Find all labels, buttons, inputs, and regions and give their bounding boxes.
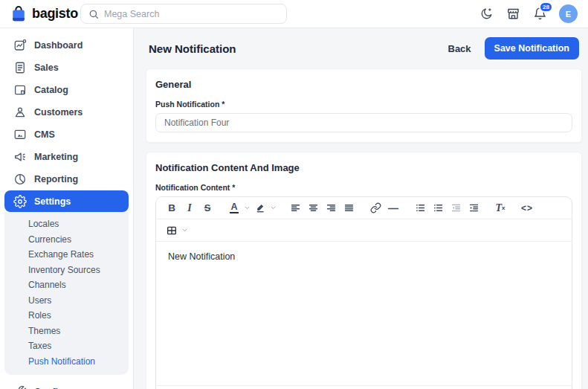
submenu-item-roles[interactable]: Roles xyxy=(4,308,129,324)
dark-mode-moon-icon[interactable] xyxy=(479,7,494,22)
sidebar-item-label: Customers xyxy=(34,107,83,118)
bold-button[interactable]: B xyxy=(163,199,181,217)
toolbar-group-colors: A xyxy=(225,199,277,217)
sidebar-item-sales[interactable]: Sales xyxy=(4,57,129,79)
text-color-button[interactable]: A xyxy=(225,199,243,217)
rich-text-editor: B I S A xyxy=(155,196,572,389)
highlight-color-chevron-down-icon[interactable] xyxy=(269,199,277,217)
sidebar-item-label: Marketing xyxy=(34,152,78,162)
sidebar-item-label: Reporting xyxy=(34,174,78,184)
highlight-color-button[interactable] xyxy=(251,199,269,217)
strikethrough-button[interactable]: S xyxy=(198,199,216,217)
push-notification-label: Push Notification * xyxy=(155,100,572,109)
sidebar-item-marketing[interactable]: Marketing xyxy=(4,146,129,168)
settings-gear-icon xyxy=(13,195,27,208)
editor-status-bar: p 2 words tiny xyxy=(156,385,572,389)
outdent-button[interactable] xyxy=(447,199,465,217)
sidebar-item-label: Sales xyxy=(34,62,59,73)
align-center-button[interactable] xyxy=(304,199,322,217)
sidebar-item-catalog[interactable]: Catalog xyxy=(4,79,129,101)
sidebar-item-settings[interactable]: Settings xyxy=(4,190,129,212)
customers-icon xyxy=(13,106,27,119)
submenu-item-locales[interactable]: Locales xyxy=(4,216,129,232)
storefront-icon[interactable] xyxy=(505,7,520,22)
align-justify-button[interactable] xyxy=(340,199,358,217)
bagisto-logo[interactable]: bagisto xyxy=(10,5,80,23)
submenu-item-themes[interactable]: Themes xyxy=(4,324,129,339)
submenu-item-channels[interactable]: Channels xyxy=(4,277,129,293)
source-code-button[interactable]: <> xyxy=(518,199,536,217)
sidebar-item-cms[interactable]: CMS xyxy=(4,123,129,146)
page-header: New Notification Back Save Notification xyxy=(146,36,582,68)
sales-icon xyxy=(13,61,27,74)
catalog-icon xyxy=(13,83,27,97)
sidebar-item-configure[interactable]: Configure xyxy=(4,381,129,389)
cms-icon xyxy=(13,128,27,141)
search-icon xyxy=(88,9,99,19)
push-notification-title-input[interactable] xyxy=(155,113,572,132)
shopping-bag-logo-icon xyxy=(10,5,27,23)
indent-button[interactable] xyxy=(465,199,482,217)
bullet-list-button[interactable] xyxy=(429,199,447,217)
table-chevron-down-icon[interactable] xyxy=(181,222,189,239)
ordered-list-button[interactable] xyxy=(411,199,429,217)
toolbar-group-clear: Tx xyxy=(491,199,509,217)
sidebar-item-label: Dashboard xyxy=(34,40,83,51)
editor-toolbar-row-2 xyxy=(156,219,572,242)
topbar-actions: 28 E xyxy=(479,4,578,23)
mega-search[interactable] xyxy=(80,4,287,24)
toolbar-group-align xyxy=(286,199,358,217)
clear-formatting-button[interactable]: Tx xyxy=(491,199,509,217)
submenu-item-push-notification[interactable]: Push Notification xyxy=(4,354,129,370)
sidebar-item-label: CMS xyxy=(34,129,55,140)
notification-content-card: Notification Content And Image Notificat… xyxy=(146,152,582,389)
sidebar-item-customers[interactable]: Customers xyxy=(4,101,129,123)
toolbar-group-code: <> xyxy=(518,199,536,217)
reporting-icon xyxy=(13,173,27,186)
page-title: New Notification xyxy=(149,42,236,55)
back-button[interactable]: Back xyxy=(448,43,471,54)
horizontal-rule-button[interactable]: — xyxy=(384,199,402,217)
marketing-icon xyxy=(13,150,27,164)
toolbar-group-lists xyxy=(411,199,482,217)
content-card-title: Notification Content And Image xyxy=(155,162,572,173)
submenu-item-exchange-rates[interactable]: Exchange Rates xyxy=(4,247,129,263)
align-right-button[interactable] xyxy=(322,199,340,217)
submenu-item-currencies[interactable]: Currencies xyxy=(4,232,129,248)
sidebar-item-dashboard[interactable]: Dashboard xyxy=(4,34,129,57)
notification-count-badge: 28 xyxy=(539,1,553,13)
link-button[interactable] xyxy=(366,199,384,217)
editor-paragraph: New Notification xyxy=(168,251,560,262)
italic-button[interactable]: I xyxy=(181,199,198,217)
page-actions: Back Save Notification xyxy=(448,37,580,60)
notifications-bell[interactable]: 28 xyxy=(532,7,547,22)
table-button[interactable] xyxy=(163,222,181,239)
editor-toolbar-row-1: B I S A xyxy=(156,197,572,219)
toolbar-group-table xyxy=(163,222,189,239)
user-avatar[interactable]: E xyxy=(559,4,578,23)
top-bar: bagisto xyxy=(0,0,588,28)
app-root: bagisto xyxy=(0,0,588,389)
submenu-item-users[interactable]: Users xyxy=(4,293,129,309)
submenu-item-taxes[interactable]: Taxes xyxy=(4,338,129,354)
wrench-icon xyxy=(13,385,27,389)
notification-content-label: Notification Content * xyxy=(155,183,572,192)
logo-text: bagisto xyxy=(32,6,78,22)
editor-content-area[interactable]: New Notification xyxy=(156,242,572,385)
text-color-chevron-down-icon[interactable] xyxy=(243,199,251,217)
search-input[interactable] xyxy=(104,9,279,19)
toolbar-group-basic: B I S xyxy=(163,199,216,217)
toolbar-group-insert: — xyxy=(366,199,402,217)
save-notification-button[interactable]: Save Notification xyxy=(485,37,579,60)
sidebar-item-label: Catalog xyxy=(34,85,68,95)
sidebar: Dashboard Sales Catalog xyxy=(0,28,134,389)
align-left-button[interactable] xyxy=(286,199,304,217)
general-card-title: General xyxy=(155,79,572,90)
sidebar-item-reporting[interactable]: Reporting xyxy=(4,168,129,190)
general-card: General Push Notification * xyxy=(146,68,582,143)
main-content: New Notification Back Save Notification … xyxy=(134,28,588,389)
settings-submenu: Locales Currencies Exchange Rates Invent… xyxy=(4,212,129,375)
submenu-item-inventory-sources[interactable]: Inventory Sources xyxy=(4,263,129,278)
sidebar-item-label: Settings xyxy=(34,196,71,207)
dashboard-icon xyxy=(13,39,27,52)
